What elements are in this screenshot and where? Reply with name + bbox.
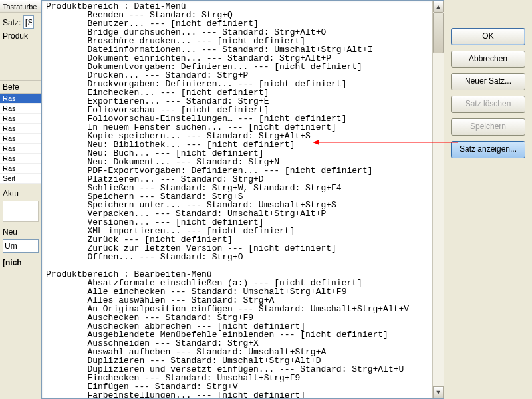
set-label: Satz: bbox=[3, 18, 21, 27]
show-set-button[interactable]: Satz anzeigen... bbox=[451, 141, 525, 158]
command-list-header: Befe bbox=[0, 81, 41, 94]
scroll-down-arrow-icon[interactable]: ▼ bbox=[433, 386, 444, 398]
shortcut-set-text: Produktbereich : Datei-Menü Beenden --- … bbox=[42, 1, 444, 398]
vertical-scrollbar[interactable]: ▲ ▼ bbox=[432, 1, 444, 398]
delete-set-button: Satz löschen bbox=[451, 96, 525, 113]
dialog-title: Tastaturbe bbox=[0, 0, 41, 13]
new-set-button[interactable]: Neuer Satz... bbox=[451, 73, 525, 90]
save-button: Speichern bbox=[451, 118, 525, 136]
new-shortcut-label: Neu bbox=[0, 226, 41, 238]
ok-button[interactable]: OK bbox=[451, 28, 525, 45]
list-item[interactable]: Ras bbox=[0, 94, 41, 104]
set-combo[interactable] bbox=[23, 15, 34, 29]
product-area-label: Produk bbox=[0, 29, 41, 41]
list-item[interactable]: Seit bbox=[0, 174, 41, 184]
context-combo[interactable]: Um bbox=[3, 239, 39, 253]
shortcut-set-text-window: Produktbereich : Datei-Menü Beenden --- … bbox=[41, 0, 444, 399]
scrollbar-thumb[interactable] bbox=[433, 12, 444, 53]
keyboard-shortcuts-dialog-left-slice: Tastaturbe Satz: Produk Befe RasRasRasRa… bbox=[0, 0, 42, 399]
list-item[interactable]: Ras bbox=[0, 104, 41, 114]
dialog-button-panel: OK Abbrechen Neuer Satz... Satz löschen … bbox=[444, 0, 532, 399]
list-item[interactable]: Ras bbox=[0, 154, 41, 164]
undefined-label: [nich bbox=[0, 257, 41, 269]
command-list[interactable]: Befe RasRasRasRasRasRasRasRasSeit bbox=[0, 80, 41, 184]
list-item[interactable]: Ras bbox=[0, 144, 41, 154]
current-shortcut-label: Aktu bbox=[0, 188, 41, 200]
list-item[interactable]: Ras bbox=[0, 134, 41, 144]
list-item[interactable]: Ras bbox=[0, 164, 41, 174]
cancel-button[interactable]: Abbrechen bbox=[451, 51, 525, 68]
scroll-up-arrow-icon[interactable]: ▲ bbox=[433, 1, 444, 13]
current-shortcut-box[interactable] bbox=[3, 201, 39, 222]
scrollbar-track[interactable] bbox=[433, 12, 444, 387]
list-item[interactable]: Ras bbox=[0, 114, 41, 124]
list-item[interactable]: Ras bbox=[0, 124, 41, 134]
